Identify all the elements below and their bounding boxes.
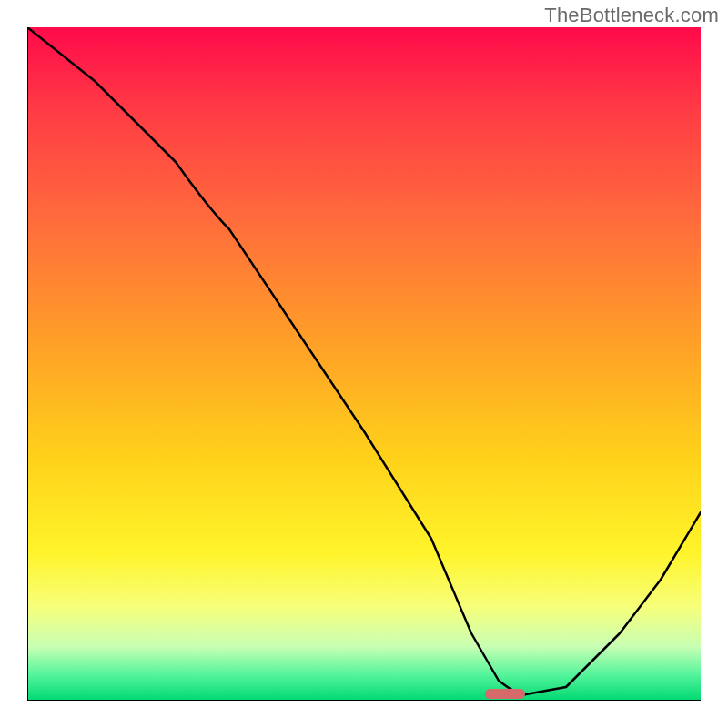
watermark-text: TheBottleneck.com [544,4,719,27]
plot-area [27,27,701,701]
gradient-background [27,27,701,701]
chart-container: TheBottleneck.com [0,0,728,728]
